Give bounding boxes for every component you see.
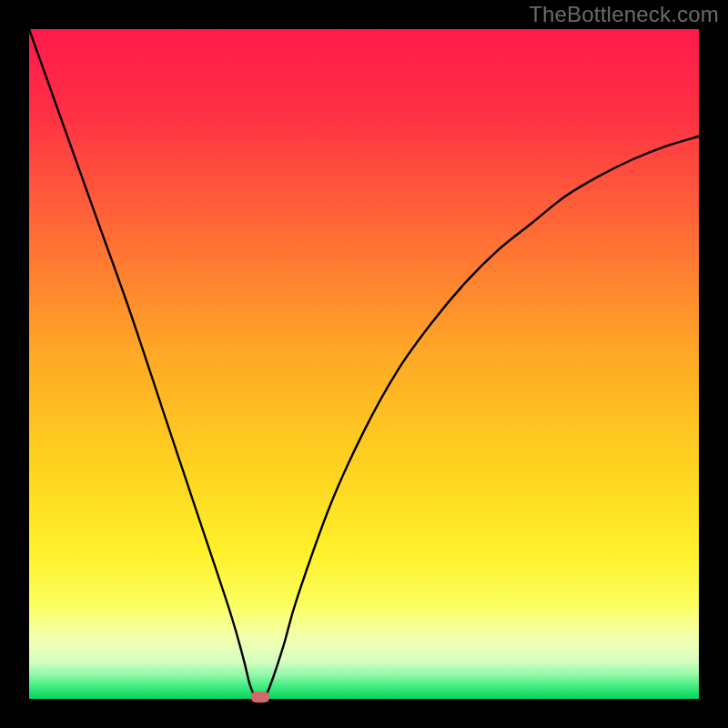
- bottleneck-chart: [0, 0, 728, 728]
- watermark-text: TheBottleneck.com: [529, 2, 719, 27]
- chart-frame: TheBottleneck.com: [0, 0, 728, 728]
- plot-background: [29, 29, 699, 699]
- optimum-marker: [251, 692, 269, 703]
